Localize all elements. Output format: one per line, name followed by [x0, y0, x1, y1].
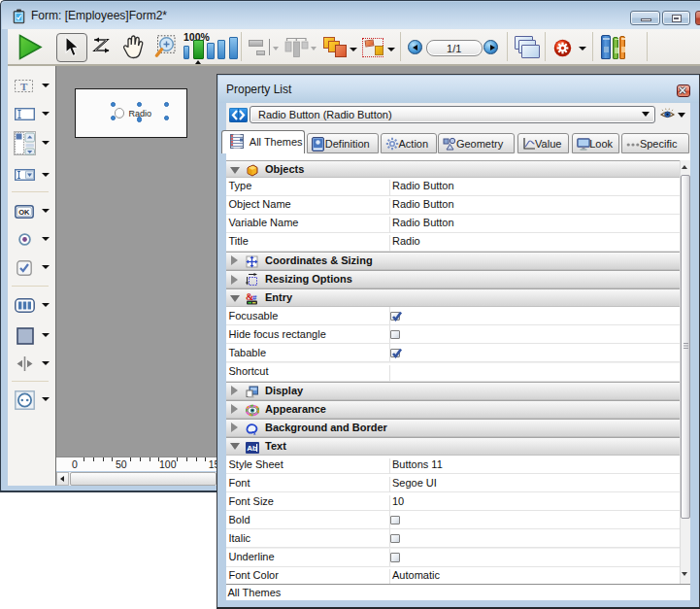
svg-text:OK: OK [18, 208, 30, 217]
svg-text:T: T [20, 81, 28, 92]
svg-text:Ab: Ab [247, 444, 257, 453]
